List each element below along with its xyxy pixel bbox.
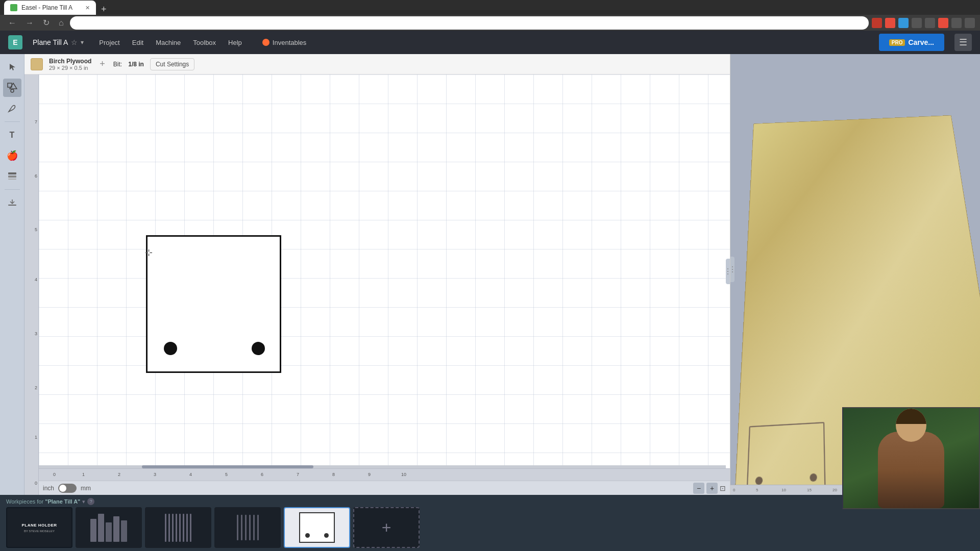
new-tab-btn[interactable]: +: [99, 4, 109, 15]
y-label-4: 4: [35, 277, 37, 282]
title-dropdown-arrow[interactable]: ▾: [81, 39, 84, 46]
panel-drag-handle[interactable]: [730, 257, 734, 282]
canvas-area: Birch Plywood 29 × 29 × 0.5 in + Bit: 1/…: [24, 54, 730, 495]
nav-icon-2[interactable]: [885, 18, 895, 28]
cut-settings-button[interactable]: Cut Settings: [150, 58, 194, 70]
apps-tool[interactable]: 🍎: [3, 146, 21, 165]
app-header: E Plane Till A ☆ ▾ Project Edit Machine …: [0, 31, 980, 54]
shapes-tool[interactable]: [3, 79, 21, 97]
x-label-4: 4: [189, 472, 192, 477]
nav-right-icons: [872, 18, 975, 28]
main-content: T 🍎 Birch: [0, 54, 980, 495]
workpieces-label-text: Workpieces for "Plane Till A": [6, 498, 80, 505]
workpiece-thumb-2[interactable]: [76, 507, 142, 548]
design-dot-right[interactable]: [252, 342, 265, 355]
back-btn[interactable]: ←: [5, 16, 19, 30]
menu-machine[interactable]: Machine: [151, 37, 186, 48]
workpiece-thumb-1[interactable]: PLANE HOLDER BY STEVE MOSELEY: [6, 507, 72, 548]
nav-bar: ← → ↻ ⌂: [0, 15, 980, 31]
workspace-container: 7 6 5 4 3 2 1 0: [24, 74, 730, 495]
nav-icon-6[interactable]: [938, 18, 948, 28]
zoom-out-btn[interactable]: −: [693, 483, 704, 494]
video-content: [843, 408, 979, 508]
y-label-3: 3: [35, 331, 37, 336]
toggle-thumb: [59, 485, 66, 492]
menu-edit[interactable]: Edit: [127, 37, 149, 48]
x-label-8: 8: [332, 472, 335, 477]
zoom-fit-btn[interactable]: ⊡: [720, 484, 726, 492]
svg-marker-1: [10, 83, 17, 89]
svg-rect-6: [8, 205, 16, 206]
select-tool[interactable]: [3, 58, 21, 77]
pen-tool[interactable]: [3, 99, 21, 117]
right-drag-handle[interactable]: [726, 259, 730, 284]
import-tool[interactable]: [3, 194, 21, 212]
layers-tool[interactable]: [3, 167, 21, 185]
workpieces-help-icon[interactable]: ?: [87, 498, 94, 505]
inventables-icon: [262, 39, 270, 46]
app-logo: E: [8, 35, 22, 49]
workpiece-thumb-5[interactable]: [284, 507, 350, 548]
carve-button[interactable]: PRO Carve...: [879, 34, 944, 51]
unit-toggle[interactable]: [58, 484, 77, 493]
nav-icon-7[interactable]: [951, 18, 962, 28]
zoom-controls: − + ⊡: [693, 483, 726, 494]
sidebar-separator-2: [5, 189, 20, 190]
x-label-10: 10: [401, 472, 406, 477]
canvas-grid[interactable]: ⊹: [39, 74, 730, 468]
nav-icon-5[interactable]: [925, 18, 935, 28]
video-overlay: [842, 407, 980, 509]
canvas-with-rulers: ⊹ 0: [39, 74, 730, 495]
tab-close-btn[interactable]: ✕: [85, 5, 90, 11]
y-label-0: 0: [35, 481, 37, 486]
x-label-7: 7: [297, 472, 299, 477]
mm-label: mm: [81, 485, 91, 492]
tab-title-text: Easel - Plane Till A: [21, 4, 81, 11]
workpiece-thumb-3[interactable]: [145, 507, 211, 548]
menu-toolbox[interactable]: Toolbox: [188, 37, 221, 48]
sidebar-separator-1: [5, 121, 20, 122]
y-label-2: 2: [35, 385, 37, 390]
workpieces-thumbnails: PLANE HOLDER BY STEVE MOSELEY: [6, 507, 974, 551]
cursor-indicator: ⊹: [145, 247, 153, 258]
nav-icon-1[interactable]: [872, 18, 882, 28]
person-body: [878, 432, 944, 508]
material-add-btn[interactable]: +: [100, 59, 105, 69]
workpieces-label-row: Workpieces for "Plane Till A" ▾ ?: [6, 498, 974, 505]
zoom-in-btn[interactable]: +: [706, 483, 718, 494]
address-bar[interactable]: [70, 16, 869, 30]
tab-bar: Easel - Plane Till A ✕ + ← → ↻ ⌂: [0, 0, 980, 31]
nav-icon-3[interactable]: [898, 18, 909, 28]
x-ruler: 0 1 2 3 4 5 6 7 8 9 10: [39, 468, 730, 481]
plywood-dot-2: [810, 473, 817, 482]
pro-badge: PRO: [889, 39, 905, 46]
inventables-btn[interactable]: Inventables: [257, 37, 312, 48]
text-tool[interactable]: T: [3, 126, 21, 144]
svg-rect-4: [8, 176, 16, 178]
active-tab[interactable]: Easel - Plane Till A ✕: [4, 1, 96, 15]
favorite-star[interactable]: ☆: [71, 38, 78, 46]
nav-icon-4[interactable]: [912, 18, 922, 28]
inventables-label: Inventables: [273, 39, 307, 46]
x-label-5: 5: [225, 472, 228, 477]
menu-help[interactable]: Help: [223, 37, 247, 48]
workpiece-thumb-add[interactable]: +: [353, 507, 420, 548]
y-ruler: 7 6 5 4 3 2 1 0: [24, 74, 39, 495]
tab-favicon: [10, 4, 17, 11]
nav-icon-8[interactable]: [965, 18, 975, 28]
toggle-track[interactable]: [58, 484, 77, 493]
design-dot-left[interactable]: [164, 342, 177, 355]
forward-btn[interactable]: →: [22, 16, 37, 30]
workpieces-bar: Workpieces for "Plane Till A" ▾ ? PLANE …: [0, 495, 980, 551]
material-name: Birch Plywood: [49, 58, 91, 65]
menu-project[interactable]: Project: [94, 37, 125, 48]
account-button[interactable]: ☰: [954, 34, 972, 51]
x-label-9: 9: [368, 472, 371, 477]
workpiece-thumb-4[interactable]: [214, 507, 281, 548]
x-label-3: 3: [154, 472, 156, 477]
plywood-inset-rect: [746, 422, 826, 485]
workpieces-dropdown[interactable]: ▾: [82, 498, 85, 505]
home-btn[interactable]: ⌂: [56, 16, 67, 30]
refresh-btn[interactable]: ↻: [40, 16, 53, 30]
left-sidebar: T 🍎: [0, 54, 24, 495]
